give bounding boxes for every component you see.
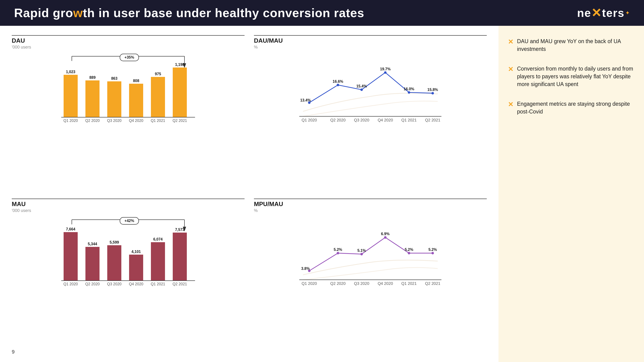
svg-text:Q1 2020: Q1 2020 <box>63 282 78 286</box>
dau-mau-svg: 13.4% 16.6% 15.4% 19.7% 16.0% 15.8% Q1 2… <box>254 51 487 131</box>
svg-text:7,573: 7,573 <box>175 228 184 232</box>
svg-point-62 <box>384 236 386 239</box>
bullet-item-1: ✕ DAU and MAU grew YoY on the back of UA… <box>508 37 634 53</box>
dau-mau-chart: DAU/MAU % 13.4% <box>252 33 489 192</box>
header: Rapid growth in user base under healthy … <box>0 0 644 26</box>
svg-text:Q1 2021: Q1 2021 <box>151 119 165 123</box>
svg-text:5.2%: 5.2% <box>405 248 413 252</box>
svg-text:Q2 2020: Q2 2020 <box>330 281 346 286</box>
svg-text:16.0%: 16.0% <box>404 87 414 91</box>
svg-text:Q1 2020: Q1 2020 <box>63 119 78 123</box>
svg-text:6.9%: 6.9% <box>381 232 390 236</box>
svg-point-23 <box>384 71 386 74</box>
dau-chart: DAU '000 users +3 <box>10 33 247 192</box>
dau-mau-chart-container: 13.4% 16.6% 15.4% 19.7% 16.0% 15.8% Q1 2… <box>254 51 487 131</box>
bullet-item-3: ✕ Engagement metrics are staying strong … <box>508 100 634 116</box>
svg-text:Q2 2021: Q2 2021 <box>172 119 187 123</box>
svg-text:Q4 2020: Q4 2020 <box>129 119 143 123</box>
bullet-text-1: DAU and MAU grew YoY on the back of UA i… <box>517 37 634 53</box>
svg-text:5,344: 5,344 <box>88 242 97 246</box>
mau-bar-3 <box>107 245 121 281</box>
dau-svg: +35% 1,023 889 863 808 <box>12 51 244 131</box>
svg-text:+35%: +35% <box>124 55 134 59</box>
sidebar: ✕ DAU and MAU grew YoY on the back of UA… <box>498 26 644 362</box>
svg-text:15.8%: 15.8% <box>428 88 438 92</box>
dau-chart-title: DAU <box>12 37 244 44</box>
svg-text:Q4 2020: Q4 2020 <box>378 281 393 286</box>
svg-text:5,599: 5,599 <box>110 240 119 244</box>
svg-text:975: 975 <box>155 72 161 76</box>
svg-text:Q1 2020: Q1 2020 <box>302 118 317 122</box>
bullet-icon-1: ✕ <box>508 38 513 46</box>
svg-point-63 <box>408 252 410 254</box>
mpu-mau-chart-title: MPU/MAU <box>254 200 487 208</box>
svg-text:15.4%: 15.4% <box>356 84 367 88</box>
svg-text:Q2 2020: Q2 2020 <box>85 282 100 286</box>
mpu-mau-svg: 3.8% 5.2% 5.1% 6.9% 5.2% 5.2% Q1 2020 Q2… <box>254 215 487 295</box>
svg-text:4,101: 4,101 <box>132 250 141 254</box>
svg-point-22 <box>360 88 363 91</box>
svg-text:Q3 2020: Q3 2020 <box>354 281 369 286</box>
svg-text:7,664: 7,664 <box>66 227 75 231</box>
charts-area: DAU '000 users +3 <box>0 26 498 362</box>
svg-text:Q2 2021: Q2 2021 <box>172 282 187 286</box>
dau-chart-subtitle: '000 users <box>12 45 244 50</box>
dau-chart-container: +35% 1,023 889 863 808 <box>12 51 244 131</box>
mau-chart-container: +42% 7,664 5,344 5,599 4,101 6,074 7,573 <box>12 215 244 295</box>
svg-text:863: 863 <box>111 76 118 80</box>
dau-bar-3 <box>107 81 121 117</box>
svg-text:Q1 2020: Q1 2020 <box>302 281 317 286</box>
dau-bar-4 <box>129 84 143 117</box>
svg-point-60 <box>337 252 339 254</box>
svg-point-24 <box>408 91 410 94</box>
svg-text:Q1 2021: Q1 2021 <box>401 118 416 122</box>
page-number: 9 <box>12 349 14 355</box>
dau-bar-6 <box>173 67 187 117</box>
dau-mau-chart-title: DAU/MAU <box>254 37 487 44</box>
page-title: Rapid growth in user base under healthy … <box>14 6 364 20</box>
svg-text:5.1%: 5.1% <box>358 249 366 253</box>
dau-bar-1 <box>64 75 78 117</box>
svg-text:19.7%: 19.7% <box>380 67 390 71</box>
svg-point-21 <box>337 84 339 86</box>
mau-bar-2 <box>86 247 100 281</box>
svg-text:1,023: 1,023 <box>66 70 75 74</box>
svg-text:Q3 2020: Q3 2020 <box>107 282 121 286</box>
mau-svg: +42% 7,664 5,344 5,599 4,101 6,074 7,573 <box>12 215 244 295</box>
svg-text:Q3 2020: Q3 2020 <box>354 118 369 122</box>
svg-text:Q4 2020: Q4 2020 <box>129 282 143 286</box>
mau-bar-4 <box>129 255 143 281</box>
svg-text:Q3 2020: Q3 2020 <box>107 119 121 123</box>
mau-bar-6 <box>173 233 187 281</box>
logo: ne✕ters ✦ <box>577 6 630 20</box>
svg-text:Q4 2020: Q4 2020 <box>378 118 393 122</box>
svg-text:+42%: +42% <box>124 219 134 223</box>
mau-chart-title: MAU <box>12 200 244 208</box>
bullet-text-2: Conversion from monthly to daily users a… <box>517 65 634 88</box>
mpu-mau-line <box>309 238 433 271</box>
svg-text:Q2 2021: Q2 2021 <box>425 281 440 286</box>
svg-text:16.6%: 16.6% <box>332 79 343 83</box>
svg-point-61 <box>360 253 363 256</box>
svg-point-25 <box>431 92 434 94</box>
bullet-text-3: Engagement metrics are staying strong de… <box>517 100 634 116</box>
svg-text:808: 808 <box>133 79 140 83</box>
bullet-item-2: ✕ Conversion from monthly to daily users… <box>508 65 634 88</box>
svg-text:Q1 2021: Q1 2021 <box>401 281 416 286</box>
svg-point-64 <box>431 252 434 254</box>
svg-text:Q2 2021: Q2 2021 <box>425 118 440 122</box>
mau-bar-1 <box>64 232 78 281</box>
svg-text:13.4%: 13.4% <box>300 98 311 102</box>
dau-mau-chart-subtitle: % <box>254 45 487 50</box>
svg-text:Q1 2021: Q1 2021 <box>151 282 165 286</box>
svg-text:5.2%: 5.2% <box>428 248 437 252</box>
mau-chart: MAU '000 users +42% <box>10 196 247 355</box>
dau-bar-5 <box>151 77 165 117</box>
svg-text:6,074: 6,074 <box>153 237 163 241</box>
svg-text:Q2 2020: Q2 2020 <box>330 118 346 122</box>
svg-text:Q2 2020: Q2 2020 <box>85 119 100 123</box>
mau-chart-subtitle: '000 users <box>12 208 244 213</box>
mpu-mau-chart-container: 3.8% 5.2% 5.1% 6.9% 5.2% 5.2% Q1 2020 Q2… <box>254 215 487 295</box>
dau-bar-2 <box>86 80 100 117</box>
bullet-icon-3: ✕ <box>508 101 513 108</box>
